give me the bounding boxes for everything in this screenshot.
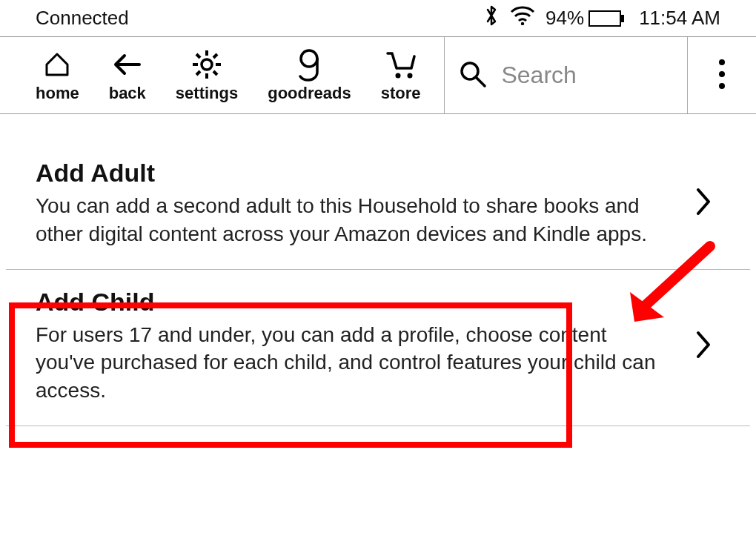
status-right: 94% 11:54 AM	[483, 4, 720, 33]
chevron-right-icon	[688, 330, 720, 362]
back-arrow-icon	[111, 48, 144, 81]
status-bar: Connected 94% 11:54 AM	[0, 0, 756, 37]
store-button[interactable]: store	[366, 37, 436, 113]
home-icon	[42, 48, 72, 81]
wifi-icon	[510, 6, 535, 30]
search-placeholder: Search	[501, 62, 576, 89]
home-button[interactable]: home	[21, 37, 94, 113]
goodreads-icon	[296, 48, 322, 81]
svg-point-13	[462, 63, 478, 79]
svg-point-15	[719, 59, 725, 65]
toolbar: home back settings goodreads store Searc…	[0, 37, 756, 114]
add-adult-title: Add Adult	[36, 159, 666, 188]
back-label: back	[109, 84, 146, 103]
bluetooth-icon	[483, 4, 500, 33]
goodreads-button[interactable]: goodreads	[253, 37, 365, 113]
add-child-title: Add Child	[36, 288, 666, 317]
battery-status: 94%	[546, 7, 621, 30]
svg-line-9	[196, 71, 200, 75]
settings-button[interactable]: settings	[161, 37, 253, 113]
chevron-right-icon	[688, 187, 720, 219]
add-child-item[interactable]: Add Child For users 17 and under, you ca…	[6, 270, 750, 426]
svg-line-7	[213, 71, 217, 75]
battery-icon	[588, 10, 621, 27]
add-child-desc: For users 17 and under, you can add a pr…	[36, 321, 666, 405]
settings-list: Add Adult You can add a second adult to …	[0, 114, 756, 426]
svg-line-14	[477, 78, 485, 86]
svg-point-10	[301, 50, 317, 67]
settings-label: settings	[176, 84, 238, 103]
connection-status: Connected	[36, 7, 483, 30]
more-vertical-icon	[717, 58, 726, 93]
search-box[interactable]: Search	[444, 37, 688, 113]
more-menu-button[interactable]	[688, 37, 756, 113]
svg-line-8	[213, 54, 217, 58]
back-button[interactable]: back	[94, 37, 161, 113]
store-label: store	[381, 84, 421, 103]
goodreads-label: goodreads	[268, 84, 351, 103]
svg-point-11	[395, 73, 400, 78]
svg-point-17	[719, 83, 725, 89]
svg-line-6	[196, 54, 200, 58]
svg-point-12	[407, 73, 412, 78]
clock-time: 11:54 AM	[639, 7, 720, 30]
add-adult-desc: You can add a second adult to this House…	[36, 192, 666, 248]
svg-point-0	[521, 22, 524, 25]
search-icon	[458, 59, 488, 92]
svg-point-1	[202, 59, 212, 70]
cart-icon	[385, 48, 417, 81]
gear-icon	[191, 48, 222, 81]
add-adult-item[interactable]: Add Adult You can add a second adult to …	[6, 141, 750, 270]
home-label: home	[36, 84, 79, 103]
battery-percent-text: 94%	[546, 7, 584, 30]
svg-point-16	[719, 71, 725, 77]
